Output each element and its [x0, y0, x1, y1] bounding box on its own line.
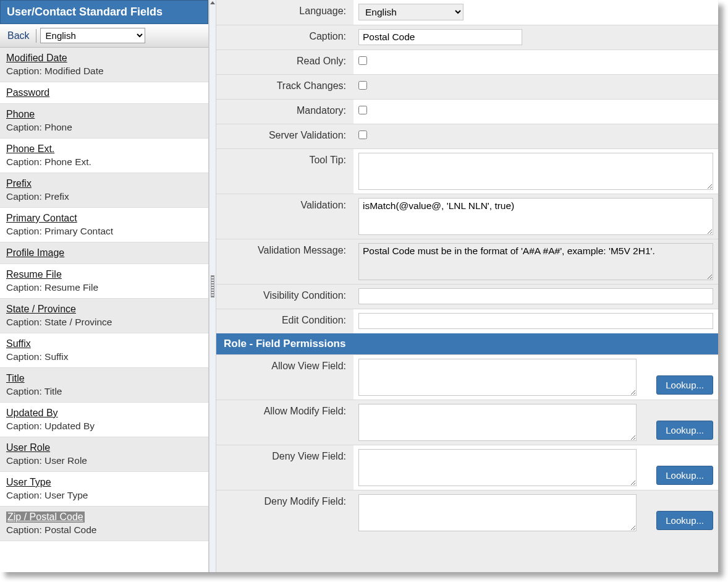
field-caption: Caption: Primary Contact — [6, 226, 202, 237]
field-name[interactable]: Primary Contact — [6, 213, 77, 224]
lookup-button-allow-modify[interactable]: Lookup... — [656, 421, 713, 440]
field-caption: Caption: Postal Code — [6, 524, 202, 536]
field-list-item[interactable]: State / ProvinceCaption: State / Provinc… — [0, 299, 208, 333]
field-list-item[interactable]: SuffixCaption: Suffix — [0, 333, 208, 368]
label-visibility-condition: Visibility Condition: — [216, 285, 353, 309]
field-list-item[interactable]: Zip / Postal CodeCaption: Postal Code — [0, 507, 208, 541]
label-validation-message: Validation Message: — [216, 239, 353, 284]
field-name[interactable]: Resume File — [6, 269, 62, 280]
label-deny-modify: Deny Modify Field: — [216, 490, 353, 535]
field-list-item[interactable]: User RoleCaption: User Role — [0, 437, 208, 472]
label-allow-modify: Allow Modify Field: — [216, 400, 353, 445]
splitter-handle[interactable] — [209, 0, 216, 572]
sidebar-title: User/Contact Standard Fields — [0, 0, 208, 24]
label-language: Language: — [216, 0, 353, 25]
field-caption: Caption: Resume File — [6, 282, 202, 293]
field-list-item[interactable]: Password — [0, 82, 208, 104]
field-name[interactable]: Suffix — [6, 338, 31, 349]
field-name[interactable]: Prefix — [6, 178, 32, 189]
label-server-validation: Server Validation: — [216, 124, 353, 148]
field-caption: Caption: Modified Date — [6, 66, 202, 77]
back-button[interactable]: Back — [5, 29, 36, 43]
lookup-button-allow-view[interactable]: Lookup... — [656, 375, 713, 395]
field-caption: Caption: Suffix — [6, 351, 202, 362]
field-name[interactable]: Updated By — [6, 408, 58, 419]
label-validation: Validation: — [216, 194, 353, 239]
allow-modify-input[interactable] — [358, 404, 637, 441]
label-edit-condition: Edit Condition: — [216, 309, 353, 333]
track-changes-checkbox[interactable] — [358, 81, 367, 90]
field-list-item[interactable]: Phone Ext.Caption: Phone Ext. — [0, 139, 208, 173]
field-name[interactable]: Password — [6, 87, 49, 98]
field-list-item[interactable]: Modified DateCaption: Modified Date — [0, 48, 208, 82]
label-mandatory: Mandatory: — [216, 100, 353, 124]
sidebar: User/Contact Standard Fields Back Englis… — [0, 0, 209, 572]
field-name[interactable]: Zip / Postal Code — [6, 511, 85, 523]
caption-input[interactable] — [358, 29, 522, 45]
validation-input[interactable]: isMatch(@value@, 'LNL NLN', true) — [358, 198, 713, 235]
field-list-item[interactable]: TitleCaption: Title — [0, 368, 208, 403]
validation-message-input[interactable]: Postal Code must be in the format of 'A#… — [358, 243, 713, 280]
field-list-item[interactable]: Resume FileCaption: Resume File — [0, 264, 208, 299]
server-validation-checkbox[interactable] — [358, 131, 367, 139]
field-name[interactable]: Modified Date — [6, 53, 67, 64]
permissions-header: Role - Field Permissions — [216, 333, 718, 354]
field-caption: Caption: Updated By — [6, 421, 202, 432]
field-list-item[interactable]: PrefixCaption: Prefix — [0, 173, 208, 208]
field-caption: Caption: Title — [6, 386, 202, 397]
edit-condition-input[interactable] — [358, 313, 713, 329]
field-caption: Caption: User Type — [6, 490, 202, 501]
label-deny-view: Deny View Field: — [216, 445, 353, 490]
field-list-item[interactable]: Updated ByCaption: Updated By — [0, 403, 208, 437]
label-read-only: Read Only: — [216, 50, 353, 74]
mandatory-checkbox[interactable] — [358, 106, 367, 114]
field-name[interactable]: User Type — [6, 477, 51, 488]
visibility-condition-input[interactable] — [358, 288, 713, 304]
lookup-button-deny-view[interactable]: Lookup... — [656, 466, 713, 485]
field-name[interactable]: State / Province — [6, 304, 76, 315]
field-list-item[interactable]: User TypeCaption: User Type — [0, 472, 208, 507]
field-list-item[interactable]: Primary ContactCaption: Primary Contact — [0, 208, 208, 242]
field-caption: Caption: State / Province — [6, 317, 202, 328]
sidebar-language-select[interactable]: English — [40, 28, 145, 43]
field-list-item[interactable]: PhoneCaption: Phone — [0, 104, 208, 139]
field-caption: Caption: Prefix — [6, 191, 202, 202]
sidebar-toolbar: Back English — [0, 24, 208, 48]
language-select[interactable]: English — [358, 4, 463, 20]
field-caption: Caption: Phone Ext. — [6, 156, 202, 168]
field-name[interactable]: Profile Image — [6, 247, 64, 259]
deny-modify-input[interactable] — [358, 494, 637, 531]
field-caption: Caption: Phone — [6, 122, 202, 133]
collapse-up-icon — [210, 1, 215, 4]
field-list[interactable]: Modified DateCaption: Modified DatePassw… — [0, 48, 208, 572]
drag-handle-icon — [211, 275, 214, 297]
field-name[interactable]: User Role — [6, 442, 50, 453]
field-name[interactable]: Phone — [6, 109, 35, 120]
label-tool-tip: Tool Tip: — [216, 149, 353, 194]
label-caption: Caption: — [216, 25, 353, 49]
label-track-changes: Track Changes: — [216, 75, 353, 99]
field-name[interactable]: Phone Ext. — [6, 143, 54, 155]
lookup-button-deny-modify[interactable]: Lookup... — [656, 511, 713, 530]
label-allow-view: Allow View Field: — [216, 355, 353, 400]
main-panel: Language: English Caption: Read Only: Tr… — [216, 0, 718, 572]
field-name[interactable]: Title — [6, 373, 25, 384]
deny-view-input[interactable] — [358, 449, 637, 486]
field-list-item[interactable]: Profile Image — [0, 242, 208, 264]
read-only-checkbox[interactable] — [358, 56, 367, 65]
tool-tip-input[interactable] — [358, 153, 713, 190]
field-caption: Caption: User Role — [6, 455, 202, 466]
allow-view-input[interactable] — [358, 359, 637, 396]
